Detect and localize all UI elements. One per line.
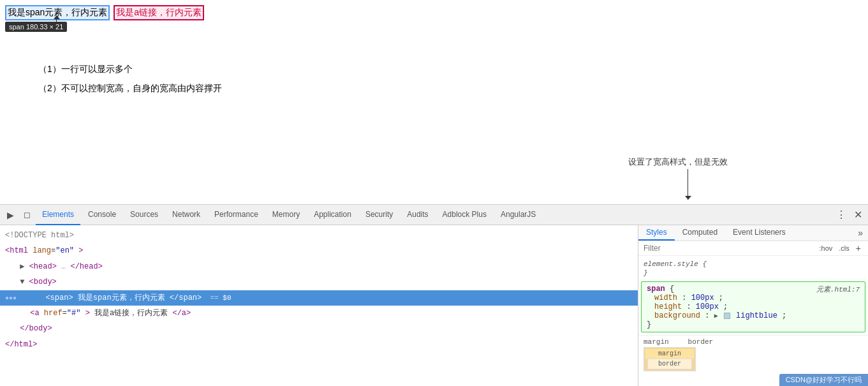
devtools-close-button[interactable]: ✕	[850, 207, 865, 223]
filter-hov[interactable]: :hov	[818, 244, 835, 253]
dom-line-html[interactable]: <html lang="en" >	[0, 243, 638, 258]
styles-tab-more[interactable]: »	[853, 225, 868, 241]
page-content: 我是span元素，行内元素 span 180.33 × 21 我是a链接，行内元…	[0, 0, 868, 204]
style-selector: span	[647, 285, 670, 293]
styles-panel: Styles Computed Event Listeners » :hov .…	[638, 225, 868, 386]
styles-tab-bar: Styles Computed Event Listeners »	[638, 225, 868, 241]
tab-application[interactable]: Application	[307, 205, 358, 225]
dom-line-span[interactable]: ●●● <span> 我是span元素，行内元素 </span> == $0	[0, 290, 638, 306]
tab-performance[interactable]: Performance	[208, 205, 265, 225]
right-annotation: 设置了宽高样式，但是无效	[628, 156, 728, 168]
dom-line-body-close[interactable]: </body>	[0, 321, 638, 336]
tab-elements[interactable]: Elements	[36, 205, 80, 225]
styles-filter-input[interactable]	[644, 244, 815, 253]
box-model-section: margin border margin border	[638, 335, 868, 374]
filter-plus[interactable]: +	[854, 242, 863, 254]
dom-line-body-open[interactable]: ▼ <body>	[0, 274, 638, 290]
color-swatch[interactable]	[724, 313, 730, 319]
tab-memory[interactable]: Memory	[266, 205, 306, 225]
tab-styles[interactable]: Styles	[638, 225, 675, 241]
devtools-inspect-button[interactable]: ▶	[3, 207, 18, 223]
style-rule-span: span 元素.html:7 { width : 100px ; height …	[641, 281, 865, 332]
annotation-arrow	[688, 169, 688, 200]
devtools-main: <!DOCTYPE html> <html lang="en" > ▶ <hea…	[0, 225, 868, 386]
note1: （1）一行可以显示多个	[38, 64, 133, 75]
tab-audits[interactable]: Audits	[401, 205, 434, 225]
devtools-toolbar: ▶ ◻ Elements Console Sources Network Per…	[0, 205, 868, 225]
tab-adblock[interactable]: Adblock Plus	[436, 205, 493, 225]
tab-sources[interactable]: Sources	[124, 205, 165, 225]
style-rule-element: element.style { }	[638, 258, 868, 279]
tab-security[interactable]: Security	[359, 205, 399, 225]
tab-network[interactable]: Network	[166, 205, 207, 225]
dom-line-head[interactable]: ▶ <head> … </head>	[0, 259, 638, 274]
dom-line-a[interactable]: <a href="#" > 我是a链接，行内元素 </a>	[0, 306, 638, 321]
styles-content: element.style { } span 元素.html:7 { width…	[638, 256, 868, 386]
devtools-device-button[interactable]: ◻	[19, 207, 34, 223]
dom-line-doctype[interactable]: <!DOCTYPE html>	[0, 228, 638, 243]
box-model-visual: margin border	[644, 347, 696, 371]
tab-event-listeners[interactable]: Event Listeners	[725, 225, 793, 241]
devtools-more-button[interactable]: ⋮	[834, 207, 849, 223]
element-tooltip: span 180.33 × 21	[5, 22, 67, 32]
filter-cls[interactable]: .cls	[837, 244, 851, 253]
watermark: CSDN@好好学习不行吗	[779, 374, 868, 386]
tab-computed[interactable]: Computed	[675, 225, 725, 241]
triangle-icon: ▶	[714, 313, 718, 320]
tab-console[interactable]: Console	[82, 205, 122, 225]
devtools-panel: ▶ ◻ Elements Console Sources Network Per…	[0, 204, 868, 386]
note2: （2）不可以控制宽高，自身的宽高由内容撑开	[38, 83, 222, 94]
dom-line-html-close[interactable]: </html>	[0, 337, 638, 352]
dom-panel: <!DOCTYPE html> <html lang="en" > ▶ <hea…	[0, 225, 638, 386]
a-element: 我是a链接，行内元素	[114, 5, 204, 20]
styles-filter-bar: :hov .cls +	[638, 241, 868, 256]
tab-angularjs[interactable]: AngularJS	[494, 205, 542, 225]
inline-demo: 我是span元素，行内元素 span 180.33 × 21 我是a链接，行内元…	[5, 5, 204, 20]
